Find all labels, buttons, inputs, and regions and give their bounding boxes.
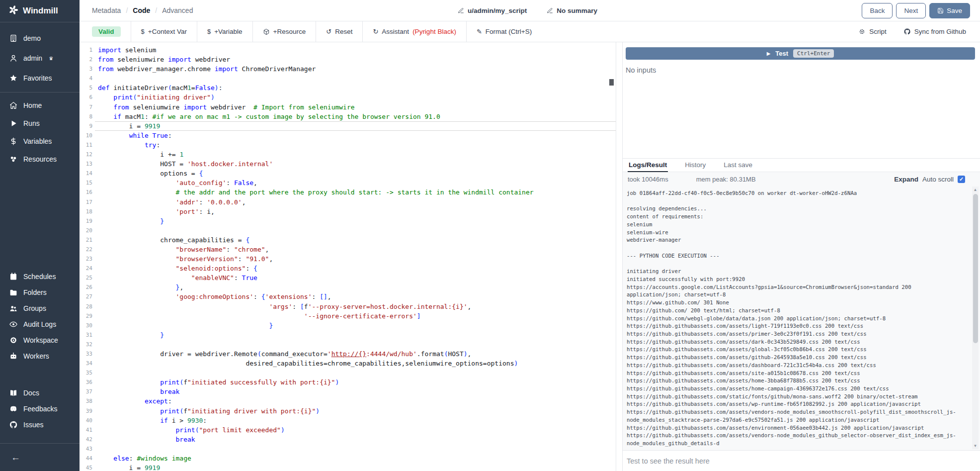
- sidebar-admin-list: SchedulesFoldersGroupsAudit LogsWorkspac…: [0, 269, 80, 364]
- code-line[interactable]: 12 i += 1: [80, 150, 616, 159]
- sidebar-item-audit-logs[interactable]: Audit Logs: [0, 316, 80, 332]
- sync-from-github-button[interactable]: Sync from Github: [903, 28, 966, 35]
- code-editor[interactable]: 1import selenium2from seleniumwire impor…: [80, 42, 616, 471]
- sidebar-item-favorites[interactable]: Favorites: [0, 68, 80, 88]
- script-summary[interactable]: No summary: [547, 7, 597, 14]
- sidebar-item-folders[interactable]: Folders: [0, 284, 80, 300]
- sidebar-item-admin[interactable]: admin♛: [0, 48, 80, 68]
- back-button[interactable]: Back: [862, 3, 893, 18]
- test-button[interactable]: ▶ Test Ctrl+Enter: [626, 47, 975, 60]
- code-line[interactable]: 32: [80, 340, 616, 349]
- code-line[interactable]: 44 else: #windows image: [80, 454, 616, 463]
- line-number: 36: [80, 377, 92, 387]
- code-line[interactable]: 36 print(f"initiated successfully with p…: [80, 377, 616, 387]
- code-line[interactable]: 3from webdriver_manager.chrome import Ch…: [80, 64, 616, 74]
- code-line[interactable]: 11 try:: [80, 140, 616, 150]
- code-line[interactable]: 38 except:: [80, 396, 616, 406]
- sidebar-item-issues[interactable]: Issues: [0, 417, 80, 433]
- code-line[interactable]: 28 'args': [f'--proxy-server=host.docker…: [80, 302, 616, 311]
- code-line[interactable]: 26 },: [80, 283, 616, 292]
- code-line[interactable]: 30 }: [80, 321, 616, 330]
- code-line[interactable]: 14 options = {: [80, 169, 616, 178]
- next-button[interactable]: Next: [896, 3, 926, 18]
- line-number: 4: [80, 74, 92, 83]
- scroll-up-icon[interactable]: ▲: [974, 187, 978, 193]
- tab-advanced[interactable]: Advanced: [162, 6, 193, 14]
- code-line[interactable]: 25 "enableVNC": True: [80, 273, 616, 283]
- code-line[interactable]: 22 "browserName": "chrome",: [80, 245, 616, 254]
- code-line[interactable]: 2from seleniumwire import webdriver: [80, 55, 616, 64]
- script-kind-button[interactable]: Script: [858, 28, 887, 35]
- results-tab-logs-result[interactable]: Logs/Result: [629, 161, 667, 172]
- script-path[interactable]: u/admin/my_script: [458, 7, 527, 14]
- sidebar-item-groups[interactable]: Groups: [0, 300, 80, 316]
- line-number: 35: [80, 368, 92, 377]
- tab-metadata[interactable]: Metadata: [92, 6, 121, 14]
- code-line[interactable]: 45 i = 9919: [80, 463, 616, 471]
- brand[interactable]: Windmill: [0, 0, 80, 22]
- code-line[interactable]: 17 'addr': '0.0.0.0',: [80, 197, 616, 207]
- line-number: 23: [80, 254, 92, 264]
- code-line[interactable]: 41 print("port limit exceeded"): [80, 425, 616, 435]
- sidebar-item-schedules[interactable]: Schedules: [0, 269, 80, 284]
- code-line[interactable]: 1import selenium: [80, 45, 616, 55]
- sidebar-item-demo[interactable]: demo: [0, 28, 80, 48]
- code-line[interactable]: 8 if macM1: #if we are on mac m1 -> cust…: [80, 112, 616, 121]
- code-line[interactable]: 35: [80, 368, 616, 377]
- code-line[interactable]: 5def initiateDriver(macM1=False):: [80, 83, 616, 93]
- add-variable-button[interactable]: $+Variable: [197, 21, 252, 42]
- code-line[interactable]: 33 driver = webdriver.Remote(command_exe…: [80, 349, 616, 359]
- code-line[interactable]: 4: [80, 74, 616, 83]
- code-text: while True:: [98, 131, 172, 140]
- code-line[interactable]: 6 print("initiating driver"): [80, 93, 616, 102]
- scroll-down-icon[interactable]: ▼: [974, 443, 978, 449]
- code-line[interactable]: 18 'port': i,: [80, 207, 616, 216]
- sidebar-item-runs[interactable]: Runs: [0, 114, 80, 132]
- results-tab-last-save[interactable]: Last save: [724, 161, 752, 172]
- sidebar-item-workers[interactable]: Workers: [0, 348, 80, 364]
- assistant-button[interactable]: ↻Assistant(Pyright Black): [362, 21, 466, 42]
- format-button[interactable]: ✎Format (Ctrl+S): [466, 21, 542, 42]
- results-tabs: Logs/ResultHistoryLast save: [623, 159, 980, 172]
- sidebar-item-feedbacks[interactable]: Feedbacks: [0, 401, 80, 417]
- autoscroll-checkbox[interactable]: ✓: [958, 176, 965, 183]
- save-button[interactable]: Save: [929, 3, 970, 18]
- code-line[interactable]: 15 'auto_config': False,: [80, 178, 616, 188]
- code-line[interactable]: 43: [80, 444, 616, 454]
- collapse-sidebar-button[interactable]: ←: [0, 443, 80, 471]
- expand-button[interactable]: Expand: [894, 176, 918, 183]
- code-line[interactable]: 42 break: [80, 435, 616, 444]
- tab-code[interactable]: Code: [133, 6, 150, 14]
- code-line[interactable]: 40 if i > 9930:: [80, 416, 616, 425]
- line-number: 21: [80, 235, 92, 245]
- sidebar-item-docs[interactable]: Docs: [0, 385, 80, 401]
- code-line[interactable]: 19 }: [80, 216, 616, 226]
- sidebar-item-variables[interactable]: Variables: [0, 132, 80, 150]
- code-line[interactable]: 31 }: [80, 330, 616, 340]
- splitter[interactable]: [616, 42, 622, 471]
- sidebar-footer-list: DocsFeedbacksIssues: [0, 385, 80, 433]
- sidebar-item-workspace[interactable]: Workspace: [0, 332, 80, 348]
- sidebar-item-home[interactable]: Home: [0, 96, 80, 114]
- code-line[interactable]: 10 while True:: [80, 131, 616, 140]
- code-line[interactable]: 37 break: [80, 387, 616, 396]
- code-line[interactable]: 24 "selenoid:options": {: [80, 264, 616, 273]
- code-line[interactable]: 7 from seleniumwire import webdriver # I…: [80, 102, 616, 112]
- code-line[interactable]: 29 '--ignore-certificate-errors']: [80, 311, 616, 321]
- logs-scrollbar[interactable]: ▲ ▼: [972, 187, 979, 449]
- results-tab-history[interactable]: History: [685, 161, 706, 172]
- add-resource-button[interactable]: +Resource: [252, 21, 316, 42]
- reset-button[interactable]: ↺Reset: [316, 21, 362, 42]
- code-line[interactable]: 13 HOST = 'host.docker.internal': [80, 159, 616, 169]
- scrollbar-thumb[interactable]: [973, 194, 978, 343]
- code-line[interactable]: 39 print(f"initiating driver with port:{…: [80, 406, 616, 416]
- code-line[interactable]: 9 i = 9919: [80, 121, 616, 131]
- code-line[interactable]: 16 # the addr and the port where the pro…: [80, 188, 616, 197]
- code-line[interactable]: 27 'goog:chromeOptions': {'extensions': …: [80, 292, 616, 301]
- code-line[interactable]: 20: [80, 226, 616, 235]
- sidebar-item-resources[interactable]: Resources: [0, 150, 80, 168]
- code-line[interactable]: 21 chrome_capabilities = {: [80, 235, 616, 245]
- code-line[interactable]: 23 "browserVersion": "91.0",: [80, 254, 616, 264]
- code-line[interactable]: 34 desired_capabilities=chrome_capabilit…: [80, 359, 616, 368]
- add-context-var-button[interactable]: $+Context Var: [131, 21, 197, 42]
